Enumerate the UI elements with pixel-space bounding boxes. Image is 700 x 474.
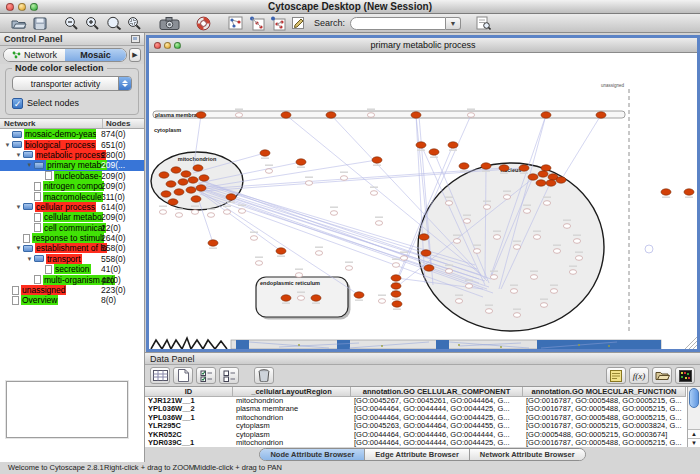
graph-node-selected[interactable] bbox=[459, 163, 469, 169]
graph-node[interactable] bbox=[250, 236, 257, 241]
graph-node-selected[interactable] bbox=[161, 191, 171, 197]
graph-node[interactable] bbox=[238, 209, 245, 214]
graph-node-selected[interactable] bbox=[541, 165, 551, 171]
expand-arrow-icon[interactable]: ▼ bbox=[14, 152, 23, 158]
graph-node-selected[interactable] bbox=[178, 179, 188, 185]
table-column-header[interactable]: annotation.GO CELLULAR_COMPONENT bbox=[351, 387, 523, 397]
annotations-button[interactable] bbox=[289, 15, 308, 31]
graph-node[interactable] bbox=[265, 169, 272, 174]
expand-arrow-icon[interactable]: ▼ bbox=[14, 245, 23, 251]
graph-node[interactable] bbox=[523, 209, 530, 214]
table-column-header[interactable]: _cellularLayoutRegion bbox=[233, 387, 351, 397]
zoom-fit-button[interactable] bbox=[104, 15, 123, 31]
graph-node-selected[interactable] bbox=[168, 199, 178, 205]
graph-node[interactable] bbox=[223, 210, 230, 215]
graph-node-selected[interactable] bbox=[191, 196, 201, 202]
graph-node[interactable] bbox=[453, 239, 460, 244]
graph-node-selected[interactable] bbox=[661, 189, 671, 195]
search-options-button[interactable] bbox=[474, 15, 493, 31]
graph-node[interactable] bbox=[543, 201, 550, 206]
graph-node[interactable] bbox=[573, 239, 580, 244]
select-attributes-icon[interactable] bbox=[196, 367, 216, 384]
tree-row[interactable]: multi-organism pro42(0) bbox=[0, 274, 144, 284]
search-dropdown-arrow[interactable]: ▼ bbox=[446, 17, 461, 30]
tree-column-network[interactable]: Network bbox=[0, 119, 102, 128]
snapshot-button[interactable] bbox=[157, 15, 181, 31]
tree-row[interactable]: ▼cellular process614(0) bbox=[0, 202, 144, 212]
table-row[interactable]: YDR039C__1mitochondrion[GO:0044464, GO:0… bbox=[145, 439, 700, 447]
tree-row[interactable]: cellular metabo209(0) bbox=[0, 212, 144, 222]
tab-network-attribute-browser[interactable]: Network Attribute Browser bbox=[470, 449, 585, 460]
network-canvas[interactable]: plasma membranecytoplasmmitochondrionnuc… bbox=[149, 53, 697, 349]
graph-node-selected[interactable] bbox=[684, 189, 694, 195]
scroll-up-arrow[interactable]: ▲ bbox=[688, 429, 700, 438]
open-button[interactable] bbox=[9, 15, 28, 31]
unselect-attributes-icon[interactable] bbox=[219, 367, 239, 384]
graph-node[interactable] bbox=[569, 270, 576, 275]
graph-node-selected[interactable] bbox=[546, 180, 556, 186]
graph-node[interactable] bbox=[370, 191, 377, 196]
scroll-down-arrow[interactable]: ▼ bbox=[688, 438, 700, 447]
tree-row[interactable]: ▼metabolic process280(0) bbox=[0, 150, 144, 160]
graph-node-selected[interactable] bbox=[429, 149, 439, 155]
vizmap-nodes-button[interactable] bbox=[268, 15, 287, 31]
function-builder-icon[interactable]: f(x) bbox=[629, 367, 649, 384]
graph-node[interactable] bbox=[540, 303, 547, 308]
graph-node-selected[interactable] bbox=[391, 283, 401, 289]
layout-nodes-button[interactable] bbox=[247, 15, 266, 31]
graph-node[interactable] bbox=[563, 224, 570, 229]
resize-grip-icon[interactable] bbox=[689, 341, 697, 349]
import-attributes-icon[interactable] bbox=[652, 367, 672, 384]
tree-row[interactable]: nitrogen compo209(0) bbox=[0, 181, 144, 191]
graph-node-selected[interactable] bbox=[276, 248, 286, 254]
more-tabs-arrow[interactable]: ▶ bbox=[129, 48, 141, 62]
tree-row[interactable]: ▼primary metabo209(... bbox=[0, 160, 144, 170]
graph-node[interactable] bbox=[400, 256, 407, 261]
float-panel-icon[interactable] bbox=[131, 35, 140, 43]
table-row[interactable]: YPL036W__1mitochondrion[GO:0044464, GO:0… bbox=[145, 414, 700, 422]
scrollbar-thumb[interactable] bbox=[689, 388, 699, 408]
graph-node-selected[interactable] bbox=[538, 171, 548, 177]
graph-node-selected[interactable] bbox=[199, 175, 209, 181]
graph-node-selected[interactable] bbox=[391, 291, 401, 297]
expand-arrow-icon[interactable]: ▼ bbox=[3, 142, 12, 148]
graph-node-selected[interactable] bbox=[372, 157, 382, 163]
tree-row[interactable]: ▼establishment of lo558(0) bbox=[0, 243, 144, 253]
graph-node[interactable] bbox=[191, 210, 198, 215]
graph-node-selected[interactable] bbox=[419, 234, 429, 240]
birds-eye-view[interactable] bbox=[6, 381, 128, 438]
graph-node[interactable] bbox=[553, 249, 560, 254]
network-view-button[interactable] bbox=[226, 15, 245, 31]
graph-node[interactable] bbox=[455, 299, 462, 304]
graph-node[interactable] bbox=[473, 249, 480, 254]
graph-node-selected[interactable] bbox=[296, 159, 306, 165]
table-row[interactable]: YJR121W__1mitochondrion[GO:0045267, GO:0… bbox=[145, 397, 700, 405]
graph-node-selected[interactable] bbox=[392, 301, 402, 307]
graph-node[interactable] bbox=[159, 210, 166, 215]
tree-column-nodes[interactable]: Nodes bbox=[102, 119, 144, 128]
graph-node[interactable] bbox=[503, 195, 510, 200]
graph-node-selected[interactable] bbox=[196, 185, 206, 191]
graph-node[interactable] bbox=[513, 245, 520, 250]
graph-node-selected[interactable] bbox=[481, 163, 491, 169]
graph-node-selected[interactable] bbox=[196, 112, 206, 118]
tree-row[interactable]: macromolecule311(0) bbox=[0, 191, 144, 201]
create-attribute-icon[interactable] bbox=[173, 367, 193, 384]
zoom-in-button[interactable] bbox=[83, 15, 102, 31]
graph-node-selected[interactable] bbox=[260, 150, 270, 156]
tab-node-attribute-browser[interactable]: Node Attribute Browser bbox=[260, 449, 365, 460]
graph-node-selected[interactable] bbox=[159, 172, 169, 178]
graph-node[interactable] bbox=[340, 176, 347, 181]
graph-node-selected[interactable] bbox=[186, 187, 196, 193]
graph-node[interactable] bbox=[465, 284, 472, 289]
graph-node-selected[interactable] bbox=[326, 112, 336, 118]
graph-node-selected[interactable] bbox=[424, 265, 434, 271]
graph-node-selected[interactable] bbox=[208, 240, 218, 246]
graph-node-selected[interactable] bbox=[596, 112, 606, 118]
graph-node[interactable] bbox=[483, 205, 490, 210]
graph-node-selected[interactable] bbox=[411, 112, 421, 118]
graph-node-selected[interactable] bbox=[188, 177, 198, 183]
node-color-dropdown[interactable]: transporter activity bbox=[12, 76, 132, 91]
graph-node-selected[interactable] bbox=[174, 189, 184, 195]
graph-node[interactable] bbox=[485, 309, 492, 314]
